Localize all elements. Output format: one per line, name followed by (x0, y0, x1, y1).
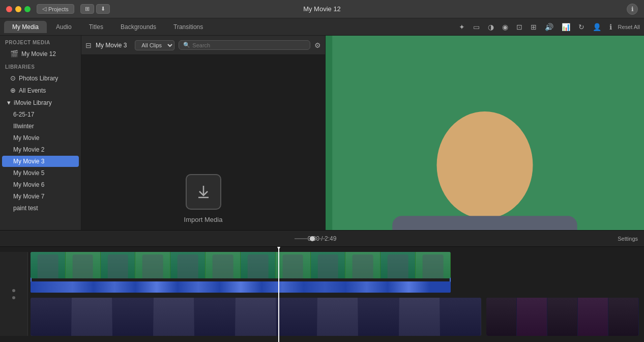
sidebar-item-my-movie-5[interactable]: My Movie 5 (2, 167, 79, 179)
video-frame (416, 252, 451, 278)
video-frame (31, 252, 66, 278)
video-frame (311, 252, 346, 278)
plus-icon: ⊕ (10, 87, 16, 94)
video-frame (135, 252, 170, 278)
back-button[interactable]: ◁ Projects (37, 4, 74, 14)
timeline-area: 0:00 / 2:49 Settings 37.3s (0, 230, 644, 342)
sidebar-item-my-movie-7[interactable]: My Movie 7 (2, 191, 79, 202)
svg-point-5 (437, 111, 533, 219)
content-toolbar: ⊟ My Movie 3 All Clips 🔍 ⚙ (81, 36, 325, 55)
sidebar-item-imovie-library[interactable]: ▾ iMovie Library (2, 97, 79, 108)
sidebar-item-my-movie-6[interactable]: My Movie 6 (2, 179, 79, 190)
info-button[interactable]: ℹ (627, 4, 638, 15)
content-title: My Movie 3 (96, 42, 127, 49)
timeline-cursor[interactable] (278, 247, 279, 342)
video-frame (66, 252, 101, 278)
broll2-frame (517, 298, 547, 336)
volume-slider[interactable] (295, 238, 325, 239)
settings-button[interactable]: Settings (618, 236, 638, 242)
broll-filmstrip[interactable] (31, 298, 481, 336)
broll-frame (358, 298, 399, 336)
broll-frame (194, 298, 236, 336)
clips-selector[interactable]: All Clips (135, 40, 174, 50)
reset-all-button[interactable]: Reset All (618, 24, 640, 30)
camera-icon[interactable]: ⊞ (529, 22, 539, 32)
settings-gear-icon[interactable]: ⚙ (314, 41, 321, 49)
handle-indicator (12, 289, 15, 292)
tab-my-media[interactable]: My Media (4, 21, 47, 33)
color-wheel-icon[interactable]: ◉ (500, 22, 510, 32)
sidebar-item-illwinter[interactable]: Illwinter (2, 121, 79, 132)
search-icon: 🔍 (183, 42, 190, 48)
view-buttons: ⊞ ⬇ (80, 4, 110, 14)
audio-icon[interactable]: 🔊 (543, 22, 555, 32)
timeline-header: 0:00 / 2:49 Settings (0, 231, 644, 247)
list-view-button[interactable]: ⬇ (96, 4, 110, 14)
audio-waveform (31, 281, 451, 293)
tab-audio[interactable]: Audio (48, 21, 80, 33)
tab-backgrounds[interactable]: Backgrounds (112, 21, 164, 33)
sidebar-item-paint-test[interactable]: paint test (2, 203, 79, 214)
import-media-button[interactable] (186, 174, 221, 210)
broll2-frame (608, 298, 639, 336)
volume-track (295, 238, 325, 239)
magic-wand-icon[interactable]: ✦ (457, 22, 467, 32)
waveform-visual (31, 281, 451, 293)
circle-half-icon[interactable]: ◑ (486, 22, 496, 32)
video-frame (380, 252, 416, 278)
video-filmstrip[interactable] (31, 252, 451, 278)
handle-indicator (12, 296, 15, 299)
broll-frame (440, 298, 481, 336)
window-title: My Movie 12 (303, 5, 341, 13)
video-frame (276, 252, 311, 278)
search-input[interactable] (192, 42, 306, 48)
crop-icon[interactable]: ⊡ (514, 22, 524, 32)
download-icon (195, 184, 212, 200)
photos-icon: ⊙ (10, 74, 16, 82)
info-icon[interactable]: ℹ (607, 22, 614, 32)
close-button[interactable] (6, 6, 12, 12)
tab-transitions[interactable]: Transitions (165, 21, 211, 33)
equalizer-icon[interactable]: 📊 (560, 22, 572, 32)
broll2-filmstrip[interactable] (486, 298, 639, 336)
minimize-button[interactable] (15, 6, 21, 12)
person-icon[interactable]: 👤 (591, 22, 603, 32)
sidebar-item-my-movie-12[interactable]: 🎬 My Movie 12 (2, 48, 79, 60)
window-controls (0, 6, 31, 12)
broll-frame (72, 298, 113, 336)
broll-frame (276, 298, 317, 336)
broll-frame (399, 298, 441, 336)
search-box: 🔍 (179, 40, 310, 50)
sidebar-item-photos-library[interactable]: ⊙ Photos Library (2, 72, 79, 84)
video-frame (241, 252, 276, 278)
sidebar-item-6-25-17[interactable]: 6-25-17 (2, 109, 79, 120)
broll-frame (236, 298, 277, 336)
project-media-header: PROJECT MEDIA (0, 36, 81, 47)
sidebar-item-my-movie[interactable]: My Movie (2, 132, 79, 144)
film-icon: 🎬 (10, 50, 18, 58)
broll-frame (317, 298, 359, 336)
sidebar-item-all-events[interactable]: ⊕ All Events (2, 84, 79, 96)
maximize-button[interactable] (24, 6, 31, 12)
sidebar-item-my-movie-3[interactable]: My Movie 3 (2, 156, 79, 167)
video-frame (170, 252, 206, 278)
timeline-tracks: 37.3s (0, 247, 644, 342)
broll-frame (154, 298, 195, 336)
video-frame (345, 252, 380, 278)
rotate-icon[interactable]: ↻ (576, 22, 587, 32)
sidebar-toggle-button[interactable]: ⊟ (85, 41, 92, 49)
tab-titles[interactable]: Titles (81, 21, 111, 33)
broll2-frame (578, 298, 608, 336)
import-media-label: Import Media (184, 216, 223, 223)
volume-knob[interactable] (310, 236, 315, 241)
chevron-down-icon: ▾ (7, 99, 11, 106)
broll-track-2[interactable] (486, 298, 639, 336)
chevron-left-icon: ◁ (42, 6, 46, 12)
broll-track[interactable] (31, 298, 481, 336)
libraries-header: LIBRARIES (0, 60, 81, 72)
monitor-icon[interactable]: ▭ (471, 22, 482, 32)
main-video-track[interactable]: 37.3s (31, 252, 451, 293)
sidebar-item-my-movie-2[interactable]: My Movie 2 (2, 144, 79, 155)
broll-frame (112, 298, 154, 336)
grid-view-button[interactable]: ⊞ (80, 4, 94, 14)
